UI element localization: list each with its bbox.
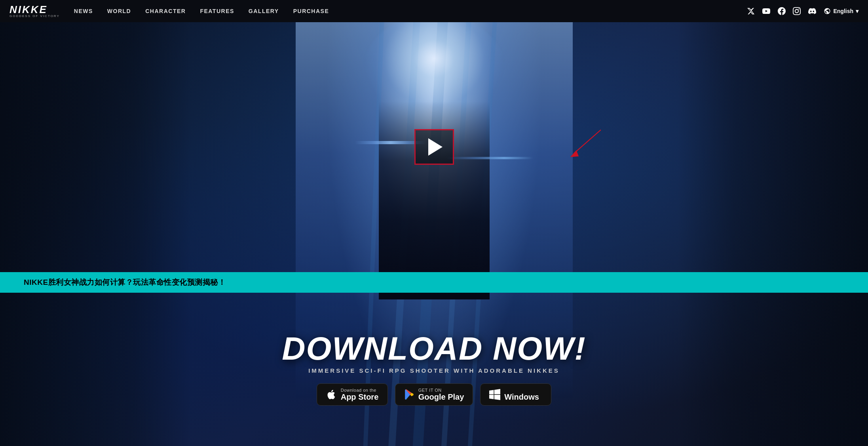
navbar-right: English ▾ bbox=[747, 7, 859, 15]
facebook-icon[interactable] bbox=[778, 7, 786, 15]
appstore-text: Download on the App Store bbox=[341, 388, 379, 401]
lang-caret: ▾ bbox=[856, 8, 859, 14]
navbar-left: NIKKE GODDESS OF VICTORY NEWS WORLD CHAR… bbox=[9, 4, 329, 18]
lang-label: English bbox=[833, 8, 853, 14]
twitter-icon[interactable] bbox=[747, 7, 755, 15]
googleplay-line1: GET IT ON bbox=[418, 388, 464, 393]
windows-line2: Windows bbox=[504, 393, 539, 401]
googleplay-line2: Google Play bbox=[418, 393, 464, 401]
nav-links: NEWS WORLD CHARACTER FEATURES GALLERY PU… bbox=[74, 8, 329, 15]
logo-title: NIKKE bbox=[9, 4, 60, 15]
language-selector[interactable]: English ▾ bbox=[824, 8, 859, 15]
googleplay-text: GET IT ON Google Play bbox=[418, 388, 464, 401]
download-subtitle: IMMERSIVE SCI-FI RPG SHOOTER WITH ADORAB… bbox=[308, 367, 560, 374]
mech-detail-right bbox=[446, 157, 533, 159]
discord-icon[interactable] bbox=[808, 7, 817, 15]
navbar: NIKKE GODDESS OF VICTORY NEWS WORLD CHAR… bbox=[0, 0, 868, 22]
appstore-button[interactable]: Download on the App Store bbox=[317, 383, 388, 406]
download-title: DOWNLOAD NOW! bbox=[282, 332, 586, 365]
video-play-button[interactable] bbox=[414, 129, 454, 165]
windows-icon bbox=[489, 389, 500, 400]
play-box[interactable] bbox=[414, 129, 454, 165]
apple-icon bbox=[326, 389, 337, 400]
logo[interactable]: NIKKE GODDESS OF VICTORY bbox=[9, 4, 60, 18]
play-icon bbox=[428, 138, 443, 156]
store-buttons: Download on the App Store GET IT ON Goog… bbox=[317, 383, 552, 406]
ticker-banner: NIKKE胜利女神战力如何计算？玩法革命性变化预测揭秘！ bbox=[0, 272, 868, 293]
nav-item-world[interactable]: WORLD bbox=[107, 8, 131, 15]
hero-section: NIKKE胜利女神战力如何计算？玩法革命性变化预测揭秘！ DOWNLOAD NO… bbox=[0, 22, 868, 446]
googleplay-icon bbox=[404, 389, 414, 400]
windows-button[interactable]: Windows bbox=[480, 383, 551, 406]
appstore-line1: Download on the bbox=[341, 388, 379, 393]
googleplay-button[interactable]: GET IT ON Google Play bbox=[395, 383, 473, 406]
windows-line1 bbox=[504, 388, 539, 393]
download-section: DOWNLOAD NOW! IMMERSIVE SCI-FI RPG SHOOT… bbox=[0, 332, 868, 406]
youtube-icon[interactable] bbox=[762, 7, 771, 15]
nav-item-gallery[interactable]: GALLERY bbox=[249, 8, 279, 15]
nav-item-features[interactable]: FEATURES bbox=[200, 8, 234, 15]
instagram-icon[interactable] bbox=[793, 7, 801, 15]
nav-item-purchase[interactable]: PURCHASE bbox=[293, 8, 329, 15]
logo-subtitle: GODDESS OF VICTORY bbox=[9, 15, 60, 18]
windows-text: Windows bbox=[504, 388, 539, 401]
nav-item-character[interactable]: CHARACTER bbox=[145, 8, 186, 15]
ticker-text: NIKKE胜利女神战力如何计算？玩法革命性变化预测揭秘！ bbox=[0, 277, 249, 288]
nav-item-news[interactable]: NEWS bbox=[74, 8, 93, 15]
appstore-line2: App Store bbox=[341, 393, 379, 401]
